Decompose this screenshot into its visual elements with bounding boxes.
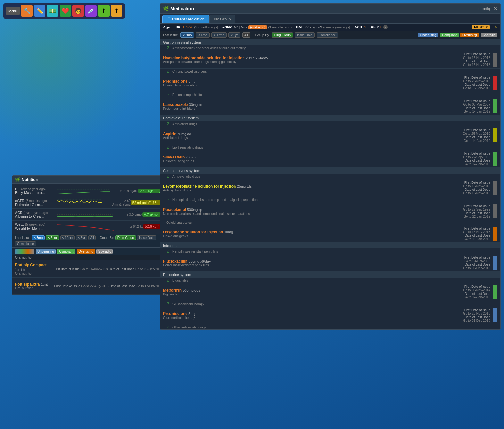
- subsection-antipsychotic: ☑ Antipsychotic drugs: [160, 174, 500, 179]
- fortisip-extra-name: Fortisip Extra: [15, 282, 40, 287]
- nutrition-group-drug[interactable]: Drug Group: [115, 235, 136, 240]
- patient-aec: AEC: 6 i: [371, 25, 388, 29]
- nutrition-panel-header: 🌿 Nutrition ✕: [12, 176, 172, 184]
- med-group-issue[interactable]: Issue Date: [295, 32, 315, 38]
- med-compliant-btn[interactable]: Compliant: [440, 33, 459, 37]
- nutrition-group-issue[interactable]: Issue Date: [137, 235, 156, 240]
- patient-age: Age:: [163, 25, 171, 29]
- tab-no-group[interactable]: No Group: [209, 15, 235, 23]
- nutrition-filter-3mo[interactable]: < 3mo: [32, 235, 45, 240]
- chronic-bowel-label: Chronic bowel disorders: [172, 70, 207, 73]
- fortisip-compact-name: Fortisip Compact: [15, 263, 47, 267]
- medication-filter-bar: Last Issue: < 3mo < 6mo < 12mo < 5yr All…: [160, 31, 500, 39]
- med-item-prednisolone-endo[interactable]: Prednisolone 5mg Glucocorticoid therapy …: [160, 307, 500, 324]
- med-underusing-btn[interactable]: Underusing: [418, 33, 438, 37]
- section-cns: Central nervous system: [160, 168, 500, 174]
- non-opioid-checkbox: ☑: [166, 198, 170, 202]
- taskbar-btn-8[interactable]: ⬆: [111, 5, 122, 17]
- paracetamol-dates: First Date of Issue Go to 22-Sep-1999 Da…: [439, 204, 490, 218]
- must-warn-icon: ⚠: [494, 25, 497, 29]
- fortisip-extra-sub: Oral nutrition: [15, 287, 54, 290]
- nutrition-filter-6mo[interactable]: < 6mo: [46, 235, 59, 240]
- section-endocrine: Endocrine system: [160, 272, 500, 278]
- med-item-paracetamol[interactable]: Paracetamol 500mg qds Non-opioid analges…: [160, 203, 500, 220]
- nutrition-filter-12mo[interactable]: < 12mo: [60, 235, 75, 240]
- antidiabetic-label: Other antidiabetic drugs: [172, 326, 206, 329]
- section-cns-label: Central nervous system: [163, 169, 200, 173]
- med-filter-3mo[interactable]: < 3mo: [180, 32, 194, 38]
- taskbar-btn-4[interactable]: ❤️: [60, 5, 71, 17]
- taskbar-btn-6[interactable]: 💉: [85, 5, 97, 17]
- levomepromazine-dose: 25mg tds: [237, 184, 252, 188]
- section-endocrine-label: Endocrine system: [163, 273, 191, 277]
- nutrition-compliant-btn[interactable]: Compliant: [57, 249, 75, 254]
- metric-row-weight: Wei... (5 weeks ago) Weight for Maln... …: [12, 221, 172, 232]
- nutrition-filter-all[interactable]: All: [88, 235, 96, 240]
- nutrition-filter-5yr[interactable]: < 5yr: [76, 235, 87, 240]
- subsection-opioid: Opioid analgesics: [160, 220, 500, 225]
- nutrition-underusing-btn[interactable]: Underusing: [36, 249, 56, 254]
- hyoscine-name: Hyoscine butylbromide solution for injec…: [163, 56, 245, 60]
- antipsychotic-checkbox: ☑: [166, 174, 170, 179]
- hyoscine-sub: Antispasmodics and other drugs altering …: [163, 60, 439, 64]
- levomepromazine-status: [493, 181, 497, 195]
- med-filter-12mo[interactable]: < 12mo: [211, 32, 227, 38]
- subsection-non-opioid: ☑ Non-opioid analgesics and compound ana…: [160, 197, 500, 203]
- med-filter-5yr[interactable]: < 5yr: [228, 32, 240, 38]
- med-group-compliance[interactable]: Compliance: [317, 32, 338, 38]
- section-infections: Infections: [160, 243, 500, 248]
- med-item-simvastatin[interactable]: Simvastatin 20mg od Lipid-regulating dru…: [160, 150, 500, 168]
- oxycodone-sub: Opioid analgesics: [163, 234, 439, 238]
- taskbar-btn-1[interactable]: 🔧: [21, 5, 33, 17]
- lansoprazole-sub: Proton pump inhibitors: [163, 107, 439, 110]
- taskbar-btn-3[interactable]: 💵: [47, 5, 58, 17]
- nutrition-med-item-fortisip-compact[interactable]: Fortisip Compact 1unit bd Oral nutrition…: [12, 261, 172, 278]
- lipid-checkbox: ☑: [166, 145, 170, 150]
- medication-panel-close[interactable]: ✕: [493, 5, 497, 12]
- subsection-antidiabetic: ☑ Other antidiabetic drugs: [160, 324, 500, 329]
- paracetamol-name: Paracetamol: [163, 207, 186, 212]
- med-item-hyoscine[interactable]: Hyoscine butylbromide solution for injec…: [160, 51, 500, 69]
- hyoscine-dates: First Date of Issue Go to 16-Nov-2018 Da…: [439, 53, 490, 67]
- taskbar-menu-label[interactable]: Menu: [6, 7, 20, 15]
- section-gastro: Gastro-intestinal system: [160, 39, 500, 45]
- nutrition-med-item-fortisip-extra[interactable]: Fortisip Extra 1unit Oral nutrition Firs…: [12, 278, 172, 295]
- med-item-lansoprazole[interactable]: Lansoprazole 30mg bd Proton pump inhibit…: [160, 98, 500, 115]
- aec-info-icon[interactable]: i: [383, 25, 388, 29]
- med-item-aspirin[interactable]: Aspirin 75mg od Antiplatelet drugs First…: [160, 127, 500, 144]
- biguanides-checkbox: ☑: [166, 278, 170, 283]
- nutrition-groupby-label: Group By:: [100, 236, 114, 239]
- levomepromazine-sub: Antipsychotic drugs: [163, 189, 439, 192]
- nutrition-overusing-btn[interactable]: Overusing: [77, 249, 95, 254]
- nutrition-group-compliance[interactable]: Compliance: [15, 241, 36, 246]
- taskbar-btn-7[interactable]: ⬆: [98, 5, 110, 17]
- patient-info-bar: Age: BP: 133/90 (3 months ago) eGFR: 52 …: [160, 24, 500, 31]
- prednisolone-endo-status: !: [493, 308, 497, 322]
- proton-pump-label: Proton pump inhibitors: [172, 93, 204, 97]
- antidiabetic-checkbox: ☑: [166, 325, 170, 329]
- metric-acr-fullname: Albumin-to-Crea...: [15, 214, 57, 218]
- med-overusing-btn[interactable]: Overusing: [460, 33, 479, 37]
- nutrition-metrics: B... (over a year ago) Body Mass Index..…: [12, 184, 172, 234]
- prednisolone-gi-dose: 5mg: [188, 79, 195, 83]
- med-filter-6mo[interactable]: < 6mo: [196, 32, 209, 38]
- metric-bmi-chart: [57, 186, 110, 196]
- med-item-flucloxacillin[interactable]: Flucloxacillin 500mg x6/day Penicillinas…: [160, 254, 500, 272]
- med-item-oxycodone[interactable]: Oxycodone solution for injection 10mg Op…: [160, 225, 500, 243]
- nutrition-med-list: Fortisip Compact 1unit bd Oral nutrition…: [12, 260, 172, 295]
- taskbar-btn-2[interactable]: ✏️: [34, 5, 45, 17]
- med-item-prednisolone-gi[interactable]: Prednisolone 5mg Chronic bowel disorders…: [160, 74, 500, 92]
- prednisolone-gi-name: Prednisolone: [163, 79, 187, 84]
- paracetamol-dose: 500mg qds: [187, 208, 204, 212]
- tab-current-medication[interactable]: ☰ Current Medication: [162, 15, 209, 23]
- metric-weight-shortname: Wei... (5 weeks ago): [15, 223, 57, 226]
- med-group-drug[interactable]: Drug Group: [272, 32, 293, 38]
- med-item-levomepromazine[interactable]: Levomepromazine solution for injection 2…: [160, 179, 500, 197]
- taskbar-btn-5[interactable]: 🧑: [72, 5, 84, 17]
- metric-acr-threshold: ≤ 3.0 g/mol: [113, 213, 142, 216]
- med-sporadic-btn[interactable]: Sporadic: [481, 33, 497, 37]
- nutrition-sporadic-btn[interactable]: Sporadic: [96, 249, 113, 254]
- metric-row-egfr: eGFR (3 months ago) Estimated Glom... ≥ …: [12, 197, 172, 209]
- med-filter-all[interactable]: All: [242, 32, 250, 38]
- med-item-metformin[interactable]: Metformin 500mg qds Biguanides First Dat…: [160, 283, 500, 301]
